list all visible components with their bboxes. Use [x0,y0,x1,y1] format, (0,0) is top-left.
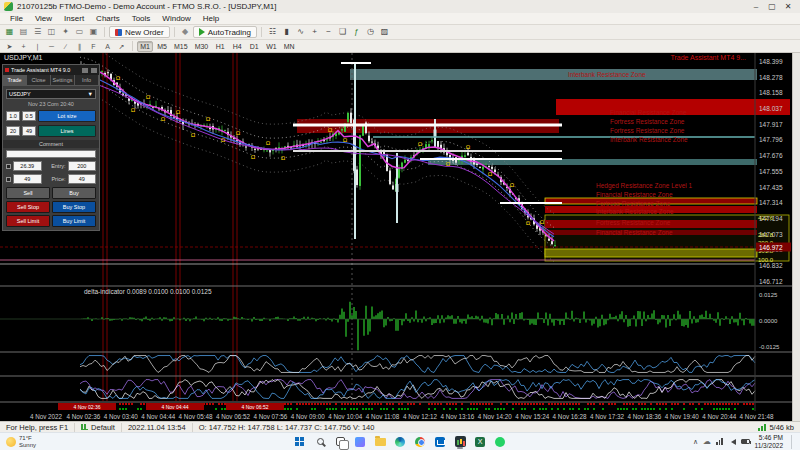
taskbar-app-metatrader[interactable] [453,434,467,449]
arrow-tools-icon[interactable]: ↗ [115,41,128,52]
horizontal-line-icon[interactable]: ─ [45,41,58,52]
taskbar-app-search[interactable] [313,434,327,449]
timeframe-m1[interactable]: M1 [137,41,153,52]
chart-scroll-strip[interactable] [792,53,800,421]
taskbar-app-chrome[interactable] [413,434,427,449]
ea-icon [5,68,9,72]
panel-tab-settings[interactable]: Settings [51,75,75,85]
chart-candles-icon[interactable]: ▮ [280,26,293,38]
sell-stop-button[interactable]: Sell Stop [6,201,50,213]
wifi-icon[interactable] [716,438,723,445]
taskbar-app-task-view[interactable] [333,434,347,449]
status-profile[interactable]: Default [75,423,122,432]
chart-bars-icon[interactable]: ☷ [266,26,279,38]
timeframe-w1[interactable]: W1 [263,41,280,52]
panel-minimize-icon[interactable] [82,68,88,73]
timeframe-m15[interactable]: M15 [171,41,191,52]
level-input-1[interactable]: 20 [6,126,20,136]
timeframe-h4[interactable]: H4 [229,41,245,52]
battery-icon[interactable] [741,439,750,444]
profiles-icon[interactable]: ▤ [17,26,30,38]
taskbar-app-start[interactable] [293,434,307,449]
param-input-1[interactable]: 200 [68,161,97,171]
level-input-2[interactable]: 49 [22,126,36,136]
data-window-icon[interactable]: ◫ [45,26,58,38]
zoom-in-icon[interactable]: + [308,26,321,38]
taskbar-app-store[interactable] [433,434,447,449]
trade-panel-titlebar[interactable]: Trade Assistant MT4 9.0 [3,65,99,75]
symbol-select[interactable]: USDJPY▼ [6,89,96,99]
menu-file[interactable]: File [4,14,29,23]
new-chart-icon[interactable]: ▦ [3,26,16,38]
timeframe-h1[interactable]: H1 [212,41,228,52]
equidistant-channel-icon[interactable]: ∥ [73,41,86,52]
periods-icon[interactable]: ◷ [364,26,377,38]
row-checkbox-2[interactable] [6,177,11,182]
text-label-icon[interactable]: A [101,41,114,52]
param-input-2[interactable]: 49 [68,174,97,184]
navigator-icon[interactable]: ✦ [59,26,72,38]
svg-text:Ω: Ω [266,140,271,146]
timeframe-d1[interactable]: D1 [246,41,262,52]
panel-tab-trade[interactable]: Trade [3,75,27,85]
autotrading-button[interactable]: AutoTrading [193,26,257,38]
lines-button[interactable]: Lines [38,125,96,137]
lot-size-button[interactable]: Lot size [38,110,96,122]
row-checkbox-1[interactable] [6,164,11,169]
taskbar-app-edge[interactable] [393,434,407,449]
panel-tab-close[interactable]: Close [27,75,51,85]
fibonacci-icon[interactable]: F [87,41,100,52]
value-input-2[interactable]: 49 [13,174,42,184]
buy-limit-button[interactable]: Buy Limit [52,215,96,227]
minimize-button[interactable]: – [748,2,764,11]
metaeditor-icon[interactable]: ◆ [179,26,192,38]
cursor-icon[interactable]: ➤ [3,41,16,52]
sell-limit-button[interactable]: Sell Limit [6,215,50,227]
risk-input-1[interactable]: 1.0 [6,111,20,121]
onedrive-icon[interactable]: ☁ [703,438,711,446]
new-order-button[interactable]: New Order [109,26,170,38]
tray-chevron-icon[interactable]: ∧ [693,438,698,446]
taskbar-app-green-app[interactable] [493,434,507,449]
value-input-1[interactable]: 26.39 [13,161,42,171]
menu-help[interactable]: Help [197,14,225,23]
buy-button[interactable]: Buy [52,187,96,199]
templates-icon[interactable]: ▨ [378,26,391,38]
sell-button[interactable]: Sell [6,187,50,199]
vertical-line-icon[interactable]: ∣ [31,41,44,52]
taskbar-app-widgets[interactable] [353,434,367,449]
taskbar-clock[interactable]: 5:46 PM 11/3/2022 [755,434,783,449]
panel-close-icon[interactable] [91,68,97,73]
tile-windows-icon[interactable]: ❏ [336,26,349,38]
indicators-icon[interactable]: ƒ [350,26,363,38]
chart-area[interactable]: ΩΩΩΩΩΩΩΩΩΩΩΩΩΩΩΩΩΩΩΩΩInterbank Resistanc… [0,53,800,421]
timeframe-m30[interactable]: M30 [192,41,212,52]
svg-text:Ω: Ω [221,137,226,143]
risk-input-2[interactable]: 0.5 [22,111,36,121]
menu-insert[interactable]: Insert [58,14,90,23]
maximize-button[interactable]: ▢ [764,2,780,11]
volume-icon[interactable] [728,439,736,445]
menu-tools[interactable]: Tools [126,14,157,23]
taskbar-app-excel[interactable] [473,434,487,449]
comment-input[interactable] [6,150,96,158]
crosshair-icon[interactable]: + [17,41,30,52]
market-watch-icon[interactable]: ☰ [31,26,44,38]
trendline-icon[interactable]: ∕ [59,41,72,52]
menu-view[interactable]: View [29,14,58,23]
panel-tab-info[interactable]: Info [75,75,99,85]
chart-line-icon[interactable]: ∿ [294,26,307,38]
timeframe-m5[interactable]: M5 [154,41,170,52]
menu-charts[interactable]: Charts [90,14,126,23]
weather-widget[interactable]: 71°F Sunny [6,435,36,449]
show-desktop-button[interactable] [791,435,794,449]
close-button[interactable]: ✕ [780,2,796,11]
menu-window[interactable]: Window [156,14,196,23]
timeframe-mn[interactable]: MN [281,41,298,52]
strategy-tester-icon[interactable]: ▣ [87,26,100,38]
svg-text:Ω: Ω [251,154,256,160]
terminal-icon[interactable]: ▭ [73,26,86,38]
buy-stop-button[interactable]: Buy Stop [52,201,96,213]
zoom-out-icon[interactable]: − [322,26,335,38]
taskbar-app-file-explorer[interactable] [373,434,387,449]
